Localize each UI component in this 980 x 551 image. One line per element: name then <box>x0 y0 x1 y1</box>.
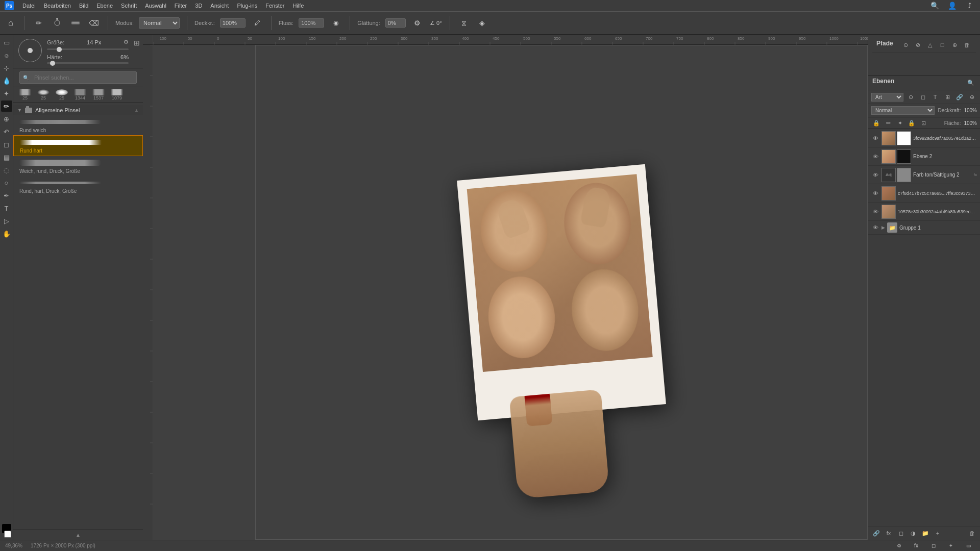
brush-settings-btn[interactable]: ⚙ <box>124 39 129 45</box>
paths-icon5[interactable]: ⊕ <box>949 40 960 49</box>
brush-size-icon[interactable] <box>51 16 64 30</box>
fluss-input[interactable] <box>299 18 324 28</box>
art-icon5[interactable]: 🔗 <box>954 92 965 102</box>
layer-lock-transparency[interactable]: 🔒 <box>871 118 881 128</box>
menu-bearbeiten[interactable]: Bearbeiten <box>44 3 71 9</box>
search-icon[interactable]: 🔍 <box>928 0 941 12</box>
glattung-input[interactable] <box>385 18 406 28</box>
layers-search-icon[interactable]: 🔍 <box>966 78 976 87</box>
history-brush-tool[interactable]: ↶ <box>1 126 12 137</box>
extra-options-btn[interactable]: ◈ <box>476 16 489 30</box>
status-icon3[interactable]: ◻ <box>927 539 940 552</box>
layer-new-btn[interactable]: + <box>933 529 943 538</box>
layer-eye-group[interactable]: 👁 <box>871 223 879 232</box>
menu-3d[interactable]: 3D <box>195 3 202 9</box>
brush-mode-icon[interactable] <box>69 16 82 30</box>
brush-item-rund-hart-druck[interactable]: Rund, hart, Druck, Größe <box>13 176 143 196</box>
workspace[interactable] <box>153 45 868 540</box>
dodge-tool[interactable]: ○ <box>1 177 12 188</box>
layer-eye-3[interactable]: 👁 <box>871 171 879 179</box>
preset-brush4-icon[interactable]: 1344 <box>72 89 88 101</box>
brush-tool[interactable]: ✏ <box>1 101 12 112</box>
status-icon2[interactable]: fx <box>910 539 923 552</box>
paths-icon3[interactable]: △ <box>925 40 935 49</box>
status-icon4[interactable]: + <box>944 539 958 552</box>
text-tool[interactable]: T <box>1 203 12 214</box>
select-tool[interactable]: ▭ <box>1 37 12 48</box>
layer-item-1[interactable]: 👁 3fc992adc9af7a0857e1d3a245361ec1 <box>868 129 980 147</box>
layer-lock-position[interactable]: ✦ <box>895 118 905 128</box>
background-color[interactable] <box>4 531 11 538</box>
panel-options-btn[interactable]: ⊞ <box>134 39 140 47</box>
clone-tool[interactable]: ⊕ <box>1 113 12 124</box>
symmetry-icon[interactable]: ⧖ <box>457 16 471 30</box>
hand-tool[interactable]: ✋ <box>1 228 12 239</box>
menu-schrift[interactable]: Schrift <box>121 3 137 9</box>
layer-item-3[interactable]: 👁 Adj Farb ton/Sättigung 2 fx <box>868 166 980 184</box>
art-icon4[interactable]: ⊞ <box>942 92 952 102</box>
layer-artboard[interactable]: ⊡ <box>918 118 928 128</box>
art-icon6[interactable]: ⊕ <box>967 92 977 102</box>
menu-plugins[interactable]: Plug-ins <box>237 3 257 9</box>
gradient-tool[interactable]: ▤ <box>1 152 12 163</box>
layer-eye-2[interactable]: 👁 <box>871 153 879 161</box>
preset-brush2-icon[interactable]: 25 <box>36 89 51 101</box>
status-icon5[interactable]: ▭ <box>962 539 975 552</box>
preset-brush5-icon[interactable]: 1537 <box>91 89 106 101</box>
layer-group-1[interactable]: 👁 ▶ 📁 Gruppe 1 <box>868 221 980 235</box>
layer-eye-4[interactable]: 👁 <box>871 189 879 197</box>
layer-item-4[interactable]: 👁 c7f8d417b7c5c7a665...7ffe3cc93734 Kopi… <box>868 184 980 203</box>
layer-mask-btn[interactable]: ◻ <box>896 529 906 538</box>
brush-group-header[interactable]: ▼ Allgemeine Pinsel ▲ <box>13 105 143 115</box>
menu-ebene[interactable]: Ebene <box>96 3 113 9</box>
brush-erase-icon[interactable]: ⌫ <box>87 16 101 30</box>
layer-delete-btn[interactable]: 🗑 <box>967 529 977 538</box>
art-icon3[interactable]: T <box>930 92 940 102</box>
eraser-tool[interactable]: ◻ <box>1 139 12 150</box>
eyedropper-tool[interactable]: 💧 <box>1 75 12 86</box>
menu-fenster[interactable]: Fenster <box>265 3 284 9</box>
share-icon[interactable]: ⤴ <box>963 0 976 12</box>
layer-link-btn[interactable]: 🔗 <box>871 529 881 538</box>
status-icon1[interactable]: ⚙ <box>892 539 905 552</box>
home-button[interactable]: ⌂ <box>4 16 17 30</box>
glattung-options-btn[interactable]: ⚙ <box>411 16 424 30</box>
preset-all-icon[interactable]: 25 <box>17 89 33 101</box>
paths-icon6[interactable]: 🗑 <box>962 40 972 49</box>
menu-auswahl[interactable]: Auswahl <box>145 3 166 9</box>
blend-mode-select[interactable]: Normal <box>871 106 935 115</box>
brush-tool-btn[interactable]: ✏ <box>32 16 45 30</box>
menu-filter[interactable]: Filter <box>175 3 187 9</box>
layer-group-btn[interactable]: 📁 <box>920 529 930 538</box>
art-select[interactable]: Art <box>871 93 903 102</box>
preset-brush3-icon[interactable]: 25 <box>54 89 69 101</box>
menu-ansicht[interactable]: Ansicht <box>210 3 229 9</box>
paths-icon4[interactable]: □ <box>937 40 947 49</box>
pen-tool[interactable]: ✒ <box>1 190 12 201</box>
layer-item-5[interactable]: 👁 10578e30b30092a4abf9b83a539ecdd8 Kopie <box>868 203 980 221</box>
mode-select[interactable]: Normal <box>139 17 180 29</box>
paths-icon1[interactable]: ⊙ <box>900 40 911 49</box>
brush-item-weich-rund[interactable]: Weich, rund, Druck, Größe <box>13 156 143 176</box>
layer-lock-paint[interactable]: ✏ <box>883 118 893 128</box>
art-icon2[interactable]: ◻ <box>918 92 928 102</box>
shape-tool[interactable]: ▷ <box>1 215 12 227</box>
menu-hilfe[interactable]: Hilfe <box>292 3 304 9</box>
airbrush-icon[interactable]: ◉ <box>329 16 342 30</box>
lasso-tool[interactable]: ⌾ <box>1 49 12 61</box>
paths-icon2[interactable]: ⊘ <box>913 40 923 49</box>
brush-item-rund-weich[interactable]: Rund weich <box>13 115 143 135</box>
layer-adjustment-btn[interactable]: ◑ <box>908 529 918 538</box>
brush-search-input[interactable] <box>31 73 133 82</box>
preset-brush6-icon[interactable]: 1079 <box>109 89 125 101</box>
layer-fx-btn[interactable]: fx <box>884 529 894 538</box>
deckkraft-input[interactable] <box>220 18 246 28</box>
layer-eye-5[interactable]: 👁 <box>871 208 879 216</box>
layer-lock-all[interactable]: 🔒 <box>906 118 917 128</box>
user-icon[interactable]: 👤 <box>945 0 959 12</box>
crop-tool[interactable]: ⊹ <box>1 62 12 73</box>
menu-datei[interactable]: Datei <box>22 3 36 9</box>
layer-eye-1[interactable]: 👁 <box>871 134 879 142</box>
healing-tool[interactable]: ✦ <box>1 88 12 99</box>
layer-item-2[interactable]: 👁 Ebene 2 <box>868 147 980 166</box>
